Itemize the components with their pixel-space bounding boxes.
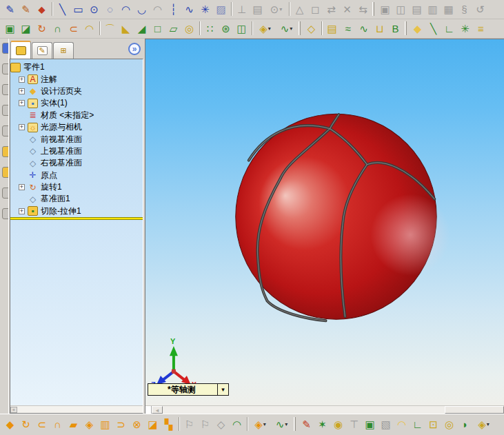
- tree-item-front-plane[interactable]: ◇前视基准面: [10, 133, 143, 145]
- revolved-surface-icon[interactable]: ↻: [18, 416, 34, 432]
- toolbar-grip[interactable]: [292, 417, 299, 432]
- hole-series-icon[interactable]: ◎: [441, 416, 457, 432]
- view-orientation-combo[interactable]: *等轴测 ▾: [148, 383, 229, 396]
- revolved-boss-icon[interactable]: ↻: [34, 21, 50, 37]
- point-icon[interactable]: ✳: [197, 1, 213, 17]
- wedge-tool-icon[interactable]: ◗: [457, 416, 473, 432]
- derived-sketch-icon[interactable]: ✶: [314, 416, 330, 432]
- mate-reference-icon[interactable]: ≡: [473, 21, 489, 37]
- rib-icon[interactable]: ▱: [165, 21, 181, 37]
- linear-pattern-icon[interactable]: ∷: [202, 21, 218, 37]
- swept-surface-icon[interactable]: ⊂: [34, 416, 50, 432]
- graphics-viewport[interactable]: Y X Z *等轴测 ▾ ◂: [145, 39, 504, 414]
- tree-item-design-binder[interactable]: +◆设计活页夹: [10, 85, 143, 97]
- tab-configurationmanager[interactable]: ⊞: [53, 42, 74, 59]
- curve-icon[interactable]: ∿▾: [271, 416, 292, 432]
- tree-item-cut-extrude-feature[interactable]: +▪切除-拉伸1: [10, 205, 143, 217]
- panel-bottom-scrollbar[interactable]: «: [10, 405, 143, 413]
- circle-icon[interactable]: ⊙: [86, 1, 102, 17]
- pane-split-box[interactable]: [145, 406, 152, 414]
- scrollbar-track[interactable]: [163, 406, 504, 414]
- tree-item-plane1[interactable]: ◇基准面1: [10, 193, 143, 205]
- area-hatch-icon[interactable]: ▨: [213, 1, 229, 17]
- tree-item-right-plane[interactable]: ◇右视基准面: [10, 157, 143, 169]
- modify-sketch-icon[interactable]: ⬥: [34, 1, 50, 17]
- extruded-surface-icon[interactable]: ◆: [2, 416, 18, 432]
- swept-boss-icon[interactable]: ∩: [50, 21, 65, 37]
- scroll-left-button[interactable]: ◂: [152, 406, 163, 414]
- plane-icon[interactable]: ◆: [410, 21, 425, 37]
- tree-item-origin[interactable]: ✛原点: [10, 170, 143, 181]
- boundary-surface-icon[interactable]: B: [387, 21, 403, 37]
- offset-surface-icon[interactable]: ◈: [81, 416, 97, 432]
- basketball-model[interactable]: [236, 114, 450, 321]
- toolbar-grip[interactable]: [297, 21, 303, 37]
- tree-item-solid-bodies-folder[interactable]: +▪实体(1): [10, 97, 143, 109]
- untrim-surface-icon[interactable]: ⊗: [129, 416, 145, 432]
- tangent-arc-icon[interactable]: ◡: [134, 1, 150, 17]
- axis-icon[interactable]: ╲: [425, 21, 441, 37]
- expand-box[interactable]: +: [19, 184, 25, 190]
- expand-box[interactable]: +: [19, 208, 25, 214]
- reference-point2-icon[interactable]: ✳: [457, 21, 473, 37]
- expand-box[interactable]: +: [19, 124, 25, 130]
- dome-feature-icon[interactable]: ◠: [81, 21, 97, 37]
- extrude-from-surface-icon[interactable]: ▣: [362, 416, 378, 432]
- 3d-sketch-icon[interactable]: ✎: [299, 416, 314, 432]
- convert-entities-icon[interactable]: ◉: [330, 416, 346, 432]
- panel-collapse-button[interactable]: »: [128, 43, 141, 55]
- dropdown-arrow-icon[interactable]: ▾: [268, 26, 271, 32]
- tab-propertymanager[interactable]: ✎: [32, 42, 52, 59]
- planar-surface-icon[interactable]: ▰: [65, 416, 81, 432]
- centerline-icon[interactable]: ┆: [165, 1, 181, 17]
- extruded-cut-icon[interactable]: ◪: [18, 21, 34, 37]
- dropdown-arrow-icon[interactable]: ▾: [290, 26, 292, 32]
- lofted-surface-icon[interactable]: ∩: [50, 416, 65, 432]
- extruded-boss-icon[interactable]: ▣: [2, 21, 18, 37]
- chamfer-icon[interactable]: ◣: [118, 21, 134, 37]
- toolbar-grip[interactable]: [403, 21, 410, 37]
- dropdown-arrow-icon[interactable]: ▾: [263, 422, 266, 427]
- dome-icon[interactable]: ◠: [229, 416, 245, 432]
- lofted-boss-icon[interactable]: ⊂: [65, 21, 81, 37]
- reference-point-icon[interactable]: ◈▾: [254, 21, 276, 37]
- tree-item-part[interactable]: 零件1: [10, 61, 143, 73]
- rectangle-icon[interactable]: ▭: [70, 1, 86, 17]
- spline-icon[interactable]: ∿: [181, 1, 197, 17]
- dropdown-arrow-icon[interactable]: ▾: [487, 422, 490, 427]
- dropdown-arrow-icon[interactable]: ▾: [285, 422, 288, 427]
- surface-icon[interactable]: ◇: [303, 21, 319, 37]
- radiate-surface-icon[interactable]: ≈: [340, 21, 356, 37]
- expand-box[interactable]: +: [19, 88, 25, 94]
- hole-wizard-icon[interactable]: ◎: [181, 21, 197, 37]
- view-orientation-dropdown-arrow[interactable]: ▾: [217, 384, 228, 395]
- panel-scroll-knob[interactable]: «: [10, 407, 17, 413]
- reference-point2-icon[interactable]: ◈▾: [473, 416, 494, 432]
- shell-icon[interactable]: □: [150, 21, 165, 37]
- fillet-icon[interactable]: ⌒: [102, 21, 118, 37]
- trim-surface-icon[interactable]: ◪: [145, 416, 161, 432]
- 3d-sketch-icon[interactable]: ✎: [18, 1, 34, 17]
- extruded-surface-icon[interactable]: ▤: [324, 21, 340, 37]
- tree-item-annotations-folder[interactable]: +A注解: [10, 73, 143, 85]
- expand-box[interactable]: +: [19, 100, 25, 106]
- scrollbar-thumb[interactable]: [445, 406, 504, 414]
- tree-item-top-plane[interactable]: ◇上视基准面: [10, 145, 143, 157]
- mirror-feature-icon[interactable]: ◫: [234, 21, 250, 37]
- lofted-surface-icon[interactable]: ⊔: [372, 21, 387, 37]
- tree-item-lights-cameras-folder[interactable]: +☼光源与相机: [10, 121, 143, 133]
- knit-surface-icon[interactable]: ▥: [97, 416, 113, 432]
- centerpoint-arc-icon[interactable]: ◠: [118, 1, 134, 17]
- circular-pattern-icon[interactable]: ⊛: [218, 21, 234, 37]
- toolbar-grip[interactable]: [371, 2, 377, 17]
- tree-item-material[interactable]: ≣材质 <未指定>: [10, 110, 143, 121]
- viewport-hscrollbar[interactable]: ◂: [145, 405, 504, 414]
- reference-point-icon[interactable]: ◈▾: [250, 416, 271, 432]
- sketch-icon[interactable]: ✎: [2, 1, 18, 17]
- perimeter-circle-icon[interactable]: ◌: [102, 1, 118, 17]
- line-icon[interactable]: ╲: [54, 1, 70, 17]
- angle-tool-icon[interactable]: ∟: [410, 416, 425, 432]
- rollback-bar[interactable]: [10, 217, 143, 220]
- curve-icon[interactable]: ∿▾: [276, 21, 297, 37]
- draft-icon[interactable]: ◢: [134, 21, 150, 37]
